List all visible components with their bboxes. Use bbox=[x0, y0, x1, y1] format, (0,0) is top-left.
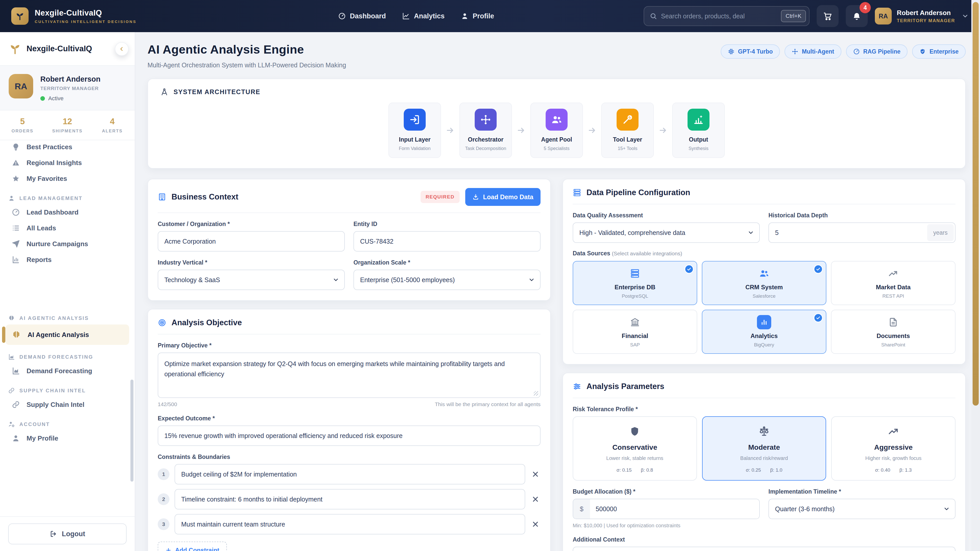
chevron-left-icon bbox=[119, 46, 125, 52]
remove-constraint-button[interactable] bbox=[530, 469, 541, 479]
brand-tagline: CULTIVATING INTELLIGENT DECISIONS bbox=[35, 19, 137, 24]
sidebar-item-ai-agentic-analysis[interactable]: AI Agentic Analysis bbox=[6, 324, 129, 345]
source-financial[interactable]: Financial SAP bbox=[573, 310, 697, 354]
sidebar-item-my-profile[interactable]: My Profile bbox=[6, 430, 129, 446]
sidebar-item-reports[interactable]: Reports bbox=[6, 252, 129, 267]
org-scale-select[interactable]: Enterprise (501-5000 employees) bbox=[353, 270, 541, 290]
sidebar-item-label: All Leads bbox=[27, 224, 56, 232]
stat-value: 12 bbox=[45, 117, 90, 126]
sidebar-item-regional-insights[interactable]: Regional Insights bbox=[6, 155, 129, 170]
constraint-input[interactable] bbox=[175, 514, 525, 534]
source-crm-system[interactable]: CRM System Salesforce bbox=[702, 261, 826, 305]
sidebar-item-supply-chain-intel[interactable]: Supply Chain Intel bbox=[6, 397, 129, 412]
constraint-input[interactable] bbox=[175, 489, 525, 510]
user-menu[interactable]: RA Robert Anderson TERRITORY MANAGER bbox=[875, 8, 969, 24]
bank-icon bbox=[575, 316, 695, 328]
search-input[interactable] bbox=[661, 13, 777, 20]
sidebar-item-label: Nurture Campaigns bbox=[27, 240, 88, 248]
brain-icon bbox=[8, 315, 15, 321]
constraint-number: 3 bbox=[158, 518, 169, 530]
additional-context-textarea[interactable]: Focus on sustainable growth opportunitie… bbox=[573, 547, 956, 551]
stat-value: 4 bbox=[90, 117, 135, 126]
area-chart-icon bbox=[8, 354, 15, 360]
brand-title: Nexgile-CultivaIQ bbox=[35, 8, 137, 17]
data-sources-grid: Enterprise DB PostgreSQL CRM System Sale… bbox=[573, 261, 956, 354]
avatar: RA bbox=[9, 74, 33, 98]
load-demo-data-button[interactable]: Load Demo Data bbox=[465, 188, 541, 206]
sidebar-item-lead-dashboard[interactable]: Lead Dashboard bbox=[6, 205, 129, 220]
page-scrollbar-thumb[interactable] bbox=[973, 2, 979, 406]
risk-name: Moderate bbox=[705, 443, 823, 451]
constraint-input[interactable] bbox=[175, 464, 525, 484]
people-icon bbox=[704, 268, 824, 279]
customer-input[interactable] bbox=[158, 231, 345, 251]
source-market-data[interactable]: Market Data REST API bbox=[831, 261, 956, 305]
risk-desc: Balanced risk/reward bbox=[705, 455, 823, 461]
badge-rag-pipeline: RAG Pipeline bbox=[846, 44, 908, 59]
risk-moderate[interactable]: Moderate Balanced risk/reward σ: 0.25β: … bbox=[702, 416, 826, 481]
badge-enterprise: Enterprise bbox=[912, 44, 966, 59]
area-chart-icon bbox=[12, 367, 20, 375]
plus-icon bbox=[165, 547, 172, 551]
section-label: LEAD MANAGEMENT bbox=[19, 195, 83, 201]
notifications-button[interactable]: 4 bbox=[846, 5, 868, 27]
sidebar-collapse-button[interactable] bbox=[115, 42, 129, 56]
data-quality-select[interactable]: High - Validated, comprehensive data bbox=[573, 222, 760, 243]
capability-badges: GPT-4 Turbo Multi-Agent RAG Pipeline Ent… bbox=[721, 44, 966, 59]
timeline-select[interactable]: Quarter (3-6 months) bbox=[768, 499, 956, 519]
search-shortcut: Ctrl+K bbox=[781, 10, 806, 22]
architecture-flow: Input Layer Form Validation Orchestrator… bbox=[160, 103, 953, 158]
nav-link-analytics[interactable]: Analytics bbox=[402, 12, 445, 20]
agent-pool-icon bbox=[546, 109, 568, 130]
data-sources-hint: (Select available integrations) bbox=[612, 251, 682, 256]
constraint-row: 2 bbox=[158, 489, 541, 510]
source-documents[interactable]: Documents SharePoint bbox=[831, 310, 956, 354]
budget-input[interactable] bbox=[590, 499, 759, 519]
stat-shipments: 12SHIPMENTS bbox=[45, 117, 90, 134]
button-label: Add Constraint bbox=[175, 547, 219, 551]
person-gear-icon bbox=[8, 421, 15, 427]
risk-tolerance-label: Risk Tolerance Profile * bbox=[573, 406, 956, 413]
logout-button[interactable]: Logout bbox=[8, 524, 127, 545]
nav-link-dashboard[interactable]: Dashboard bbox=[338, 12, 386, 20]
primary-nav: Dashboard Analytics Profile bbox=[338, 0, 494, 32]
budget-hint: Min: $10,000 | Used for optimization con… bbox=[573, 523, 760, 529]
send-icon bbox=[12, 240, 20, 248]
customer-label: Customer / Organization * bbox=[158, 221, 345, 227]
section-title: Data Pipeline Configuration bbox=[587, 188, 690, 197]
source-analytics[interactable]: Analytics BigQuery bbox=[702, 310, 826, 354]
sidebar-item-my-favorites[interactable]: My Favorites bbox=[6, 171, 129, 186]
source-enterprise-db[interactable]: Enterprise DB PostgreSQL bbox=[573, 261, 697, 305]
industry-select[interactable]: Technology & SaaS bbox=[158, 270, 345, 290]
network-icon bbox=[792, 48, 798, 55]
sidebar-item-best-practices[interactable]: Best Practices bbox=[6, 140, 129, 155]
risk-conservative[interactable]: Conservative Lower risk, stable returns … bbox=[573, 416, 697, 481]
source-sub: Salesforce bbox=[704, 293, 824, 299]
entity-id-input[interactable] bbox=[353, 231, 541, 251]
cart-button[interactable] bbox=[817, 5, 838, 27]
section-label: SUPPLY CHAIN INTEL bbox=[19, 388, 86, 394]
target-icon bbox=[158, 318, 166, 327]
sidebar-scrollbar[interactable] bbox=[130, 380, 134, 482]
expected-outcome-input[interactable] bbox=[158, 426, 541, 446]
sidebar-item-nurture-campaigns[interactable]: Nurture Campaigns bbox=[6, 236, 129, 251]
gauge-icon bbox=[338, 12, 346, 20]
primary-objective-textarea[interactable]: Optimize market expansion strategy for Q… bbox=[158, 353, 541, 398]
sidebar-item-all-leads[interactable]: All Leads bbox=[6, 221, 129, 236]
remove-constraint-button[interactable] bbox=[530, 519, 541, 529]
add-constraint-button[interactable]: Add Constraint bbox=[158, 541, 227, 551]
nav-link-profile[interactable]: Profile bbox=[461, 12, 494, 20]
resize-grip[interactable] bbox=[534, 391, 538, 395]
stat-value: 5 bbox=[0, 117, 45, 126]
remove-constraint-button[interactable] bbox=[530, 494, 541, 504]
server-icon bbox=[575, 268, 695, 279]
data-pipeline-card: Data Pipeline Configuration Data Quality… bbox=[563, 179, 966, 365]
source-name: CRM System bbox=[704, 284, 824, 291]
chevron-down-icon bbox=[962, 13, 969, 20]
step-sub: Form Validation bbox=[391, 146, 438, 151]
risk-aggressive[interactable]: Aggressive Higher risk, growth focus σ: … bbox=[831, 416, 956, 481]
sidebar-section-ai-agentic: AI AGENTIC ANALYSIS bbox=[8, 315, 127, 321]
brand: Nexgile-CultivaIQ CULTIVATING INTELLIGEN… bbox=[11, 7, 137, 25]
status-dot bbox=[40, 96, 45, 101]
sidebar-item-demand-forecasting[interactable]: Demand Forecasting bbox=[6, 363, 129, 379]
